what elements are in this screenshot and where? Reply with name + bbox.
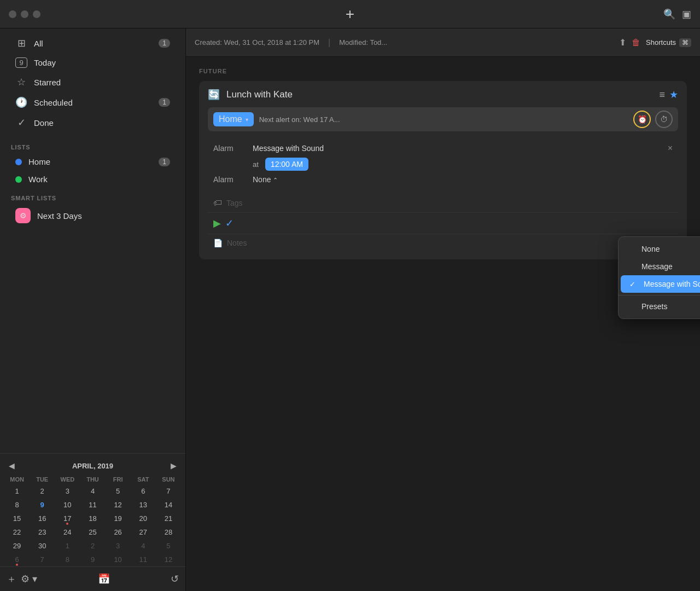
dropdown-item-message[interactable]: Message [619, 258, 700, 275]
window-controls [9, 10, 40, 18]
cal-day-m12[interactable]: 12 [156, 553, 181, 566]
tags-placeholder: Tags [226, 199, 243, 207]
alarm-label: Alarm [213, 144, 246, 153]
sidebar-item-scheduled[interactable]: 🕐 Scheduled 1 [4, 92, 181, 112]
sidebar-item-today[interactable]: 9 Today [4, 54, 181, 72]
calendar-view-button[interactable]: 📅 [98, 573, 110, 585]
delete-button[interactable]: 🗑 [632, 38, 640, 48]
settings-button[interactable]: ⚙ ▾ [21, 573, 37, 585]
shortcuts-button[interactable]: Shortcuts ⌘ [646, 38, 691, 47]
cal-day-7[interactable]: 7 [156, 484, 181, 498]
play-button[interactable]: ▶ [213, 217, 221, 229]
cal-day-29[interactable]: 29 [4, 539, 30, 553]
alarm-close-button[interactable]: × [668, 143, 673, 153]
fullscreen-button[interactable] [33, 10, 40, 18]
dropdown-item-presets[interactable]: Presets ▶ [619, 298, 700, 315]
minimize-button[interactable] [21, 10, 28, 18]
cal-day-m8[interactable]: 8 [55, 553, 80, 566]
cal-day-25[interactable]: 25 [80, 525, 105, 539]
calendar-prev-button[interactable]: ◀ [9, 461, 15, 470]
dropdown-item-none[interactable]: None [619, 240, 700, 258]
smart-lists-section-title: SMART LISTS [0, 188, 185, 204]
sidebar-item-home[interactable]: Home 1 [4, 153, 181, 170]
share-button[interactable]: ⬆ [619, 37, 626, 48]
content-area: Created: Wed, 31 Oct, 2018 at 1:20 PM | … [186, 28, 700, 591]
dropdown-message-with-sound-label: Message with Sound [644, 280, 700, 288]
cal-day-m2[interactable]: 2 [80, 539, 105, 553]
home-badge: 1 [159, 158, 170, 166]
sidebar-item-label-home: Home [28, 157, 152, 166]
next3days-icon: ⚙ [15, 208, 31, 223]
refresh-button[interactable]: ↺ [171, 573, 179, 585]
cal-day-10[interactable]: 10 [55, 498, 80, 512]
dropdown-presets-label: Presets [641, 302, 667, 311]
tags-row: 🏷 Tags [208, 194, 678, 212]
alarm2-value: None ⌃ [253, 175, 278, 184]
cal-day-24[interactable]: 24 [55, 525, 80, 539]
cal-day-22[interactable]: 22 [4, 525, 30, 539]
alarm-value: Message with Sound [253, 144, 324, 153]
cal-day-m10[interactable]: 10 [106, 553, 131, 566]
cal-day-m9[interactable]: 9 [80, 553, 105, 566]
cal-day-m11[interactable]: 11 [131, 553, 156, 566]
cal-day-27[interactable]: 27 [131, 525, 156, 539]
cal-day-13[interactable]: 13 [131, 498, 156, 512]
action-row: ▶ ✓ [208, 212, 678, 234]
cal-day-30[interactable]: 30 [30, 539, 55, 553]
cal-day-1[interactable]: 1 [4, 484, 30, 498]
cal-day-m1[interactable]: 1 [55, 539, 80, 553]
cal-day-11[interactable]: 11 [80, 498, 105, 512]
cal-day-15[interactable]: 15 [4, 512, 30, 525]
close-button[interactable] [9, 10, 16, 18]
cal-day-8[interactable]: 8 [4, 498, 30, 512]
cal-day-m7[interactable]: 7 [30, 553, 55, 566]
cal-day-9[interactable]: 9 [30, 498, 55, 512]
sidebar-item-starred[interactable]: ☆ Starred [4, 72, 181, 92]
list-selector[interactable]: Home ▾ [213, 112, 254, 126]
cal-day-6[interactable]: 6 [131, 484, 156, 498]
cal-day-12[interactable]: 12 [106, 498, 131, 512]
sidebar-item-done[interactable]: ✓ Done [4, 113, 181, 132]
cal-day-18[interactable]: 18 [80, 512, 105, 525]
alarm-at-label: at [253, 160, 259, 169]
cal-day-21[interactable]: 21 [156, 512, 181, 525]
alarm-time-button[interactable]: 12:00 AM [265, 158, 308, 171]
task-star-button[interactable]: ★ [669, 89, 678, 101]
all-icon: ⊞ [15, 37, 27, 49]
add-task-button[interactable]: + [346, 7, 354, 22]
cal-day-4[interactable]: 4 [80, 484, 105, 498]
stopwatch-button[interactable]: ⏱ [655, 111, 673, 128]
cal-day-m4[interactable]: 4 [131, 539, 156, 553]
alarm2-label: Alarm [213, 175, 246, 184]
split-view-button[interactable]: ▣ [682, 8, 691, 20]
cal-day-23[interactable]: 23 [30, 525, 55, 539]
cal-day-26[interactable]: 26 [106, 525, 131, 539]
dropdown-item-message-with-sound[interactable]: ✓ Message with Sound [621, 275, 700, 293]
cal-day-5[interactable]: 5 [106, 484, 131, 498]
sidebar-item-all[interactable]: ⊞ All 1 [4, 33, 181, 53]
cal-day-2[interactable]: 2 [30, 484, 55, 498]
sidebar-item-next3days[interactable]: ⚙ Next 3 Days [4, 204, 181, 227]
sidebar-item-label-done: Done [34, 118, 170, 128]
cal-day-m6[interactable]: 6 [4, 553, 30, 566]
cal-day-16[interactable]: 16 [30, 512, 55, 525]
alarm-type-dropdown: None Message ✓ Message with Sound Preset… [618, 236, 700, 319]
cal-day-3[interactable]: 3 [55, 484, 80, 498]
dropdown-none-label: None [641, 245, 660, 253]
cal-day-m3[interactable]: 3 [106, 539, 131, 553]
cal-day-19[interactable]: 19 [106, 512, 131, 525]
alarm-row-2: Alarm None ⌃ [213, 173, 673, 186]
task-menu-button[interactable]: ≡ [659, 89, 665, 101]
calendar-next-button[interactable]: ▶ [171, 461, 177, 470]
sidebar-item-work[interactable]: Work [4, 171, 181, 188]
cal-day-14[interactable]: 14 [156, 498, 181, 512]
check-button[interactable]: ✓ [225, 217, 234, 229]
cal-day-28[interactable]: 28 [156, 525, 181, 539]
add-list-button[interactable]: ＋ [7, 572, 16, 586]
cal-day-17[interactable]: 17 [55, 512, 80, 525]
cal-day-20[interactable]: 20 [131, 512, 156, 525]
sidebar-item-label-scheduled: Scheduled [34, 98, 152, 107]
search-button[interactable]: 🔍 [663, 8, 675, 20]
cal-day-m5[interactable]: 5 [156, 539, 181, 553]
alarm-clock-button[interactable]: ⏰ [633, 111, 651, 128]
